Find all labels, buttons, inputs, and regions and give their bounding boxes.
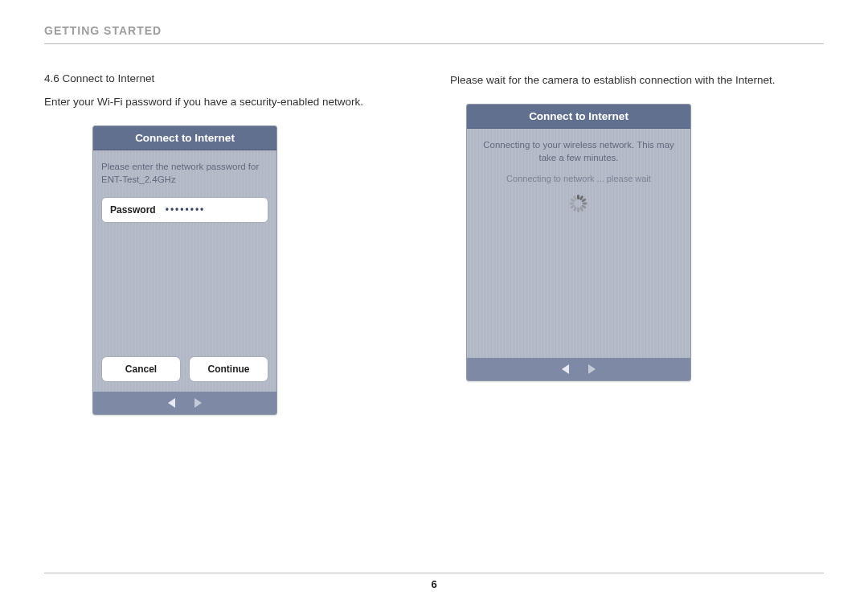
nav-prev-icon[interactable] <box>168 398 175 408</box>
screen-title: Connect to Internet <box>93 126 276 150</box>
page-number: 6 <box>44 573 824 590</box>
section-title: GETTING STARTED <box>44 24 824 44</box>
nav-next-icon[interactable] <box>194 398 202 408</box>
right-paragraph: Please wait for the camera to establish … <box>450 72 824 89</box>
screen-body: Please enter the network password for EN… <box>93 150 276 392</box>
continue-button[interactable]: Continue <box>189 356 268 382</box>
password-value: •••••••• <box>166 204 206 216</box>
content-columns: 4.6 Connect to Internet Enter your Wi-Fi… <box>44 72 824 415</box>
screen-body: Connecting to your wireless network. Thi… <box>467 129 690 358</box>
password-label: Password <box>110 204 156 216</box>
left-column: 4.6 Connect to Internet Enter your Wi-Fi… <box>44 72 418 415</box>
nav-bar <box>467 358 690 380</box>
screen-prompt: Please enter the network password for EN… <box>101 160 268 186</box>
cancel-button[interactable]: Cancel <box>101 356 181 382</box>
button-row: Cancel Continue <box>101 356 268 382</box>
connecting-message: Connecting to your wireless network. Thi… <box>475 138 682 164</box>
subsection-heading: 4.6 Connect to Internet <box>44 72 418 84</box>
loading-spinner-icon <box>570 195 588 212</box>
screen-title: Connect to Internet <box>467 105 690 129</box>
nav-prev-icon[interactable] <box>562 364 569 374</box>
status-message: Connecting to network ... please wait <box>475 174 682 183</box>
nav-bar <box>93 392 276 414</box>
password-field[interactable]: Password •••••••• <box>101 197 268 223</box>
password-screen: Connect to Internet Please enter the net… <box>92 125 277 415</box>
nav-next-icon[interactable] <box>588 364 596 374</box>
right-column: Please wait for the camera to establish … <box>450 72 824 415</box>
left-paragraph: Enter your Wi-Fi password if you have a … <box>44 94 418 111</box>
connecting-screen: Connect to Internet Connecting to your w… <box>466 104 691 381</box>
